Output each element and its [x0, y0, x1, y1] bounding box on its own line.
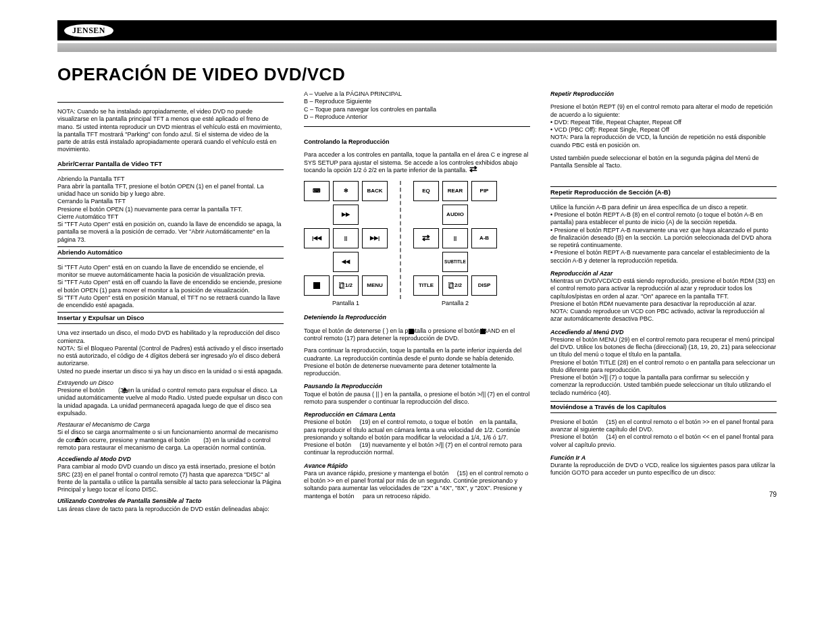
nav-heading: Accediendo al Menú DVD — [550, 329, 777, 336]
eject-icon-2 — [74, 435, 81, 442]
column-1: NOTA: Cuando se ha instalado apropiadame… — [57, 90, 284, 513]
repeat-icon-inline: ⇄ — [469, 163, 477, 176]
grey-band — [57, 43, 777, 52]
back-button[interactable]: BACK — [362, 181, 388, 201]
svg-marker-0 — [122, 387, 128, 391]
pause-button-2[interactable]: || — [442, 228, 468, 248]
ff-heading: Avance Rápido — [304, 462, 530, 470]
svg-rect-1 — [122, 392, 128, 393]
ab-body: Utilice la función A-B para definir un á… — [550, 204, 777, 265]
rand-heading: Reproducción al Azar — [550, 270, 777, 277]
screen1-label: Pantalla 1 — [304, 300, 388, 307]
access-heading: Accediendo al Modo DVD — [57, 456, 284, 463]
pause-button[interactable]: || — [333, 228, 359, 248]
rpt-body1: Presione el botón REPT (9) en el control… — [550, 103, 777, 149]
sect-auto: Abriendo Automático — [57, 246, 284, 259]
header-bar: JENSEN — [57, 20, 777, 41]
page-title: OPERACIÓN DE VIDEO DVD/VCD — [57, 64, 345, 85]
rpt-heading: Repetir Reproducción — [550, 90, 777, 98]
slow-heading: Reproducción en Cámara Lenta — [304, 411, 530, 419]
brand-logo: JENSEN — [64, 24, 113, 37]
page-number: 79 — [550, 491, 777, 500]
svg-rect-7 — [450, 284, 454, 289]
eject-icon — [122, 386, 128, 393]
menu-button[interactable]: MENU — [362, 275, 388, 296]
screen-divider — [400, 181, 401, 299]
ctrl-heading: Controlando la Reproducción — [304, 138, 530, 146]
svg-rect-3 — [75, 441, 80, 442]
goto-heading: Función Ir A — [550, 454, 777, 462]
tft-body: Las áreas clave de tacto para la reprodu… — [57, 506, 284, 513]
insert-body: Una vez insertado un disco, el modo DVD … — [57, 329, 284, 375]
eq-button[interactable]: EQ — [413, 181, 439, 201]
repeat-icon: ⇄ — [422, 232, 430, 244]
goto-body: Durante la reproducción de DVD o VCD, re… — [550, 462, 777, 477]
auto-body: Si "TFT Auto Open" está en on cuando la … — [57, 264, 284, 310]
subtitle-button[interactable]: SUBTITLE — [442, 252, 468, 272]
screen2-label: Pantalla 2 — [413, 300, 497, 307]
stop-body: Para continuar la reproducción, toque la… — [304, 347, 530, 377]
eject-heading: Extrayendo un Disco — [57, 379, 284, 387]
access-body: Para cambiar al modo DVD cuando un disco… — [57, 463, 284, 493]
setup-icon[interactable]: ✻ — [333, 181, 359, 201]
rear-button[interactable]: REAR — [442, 181, 468, 201]
repeat-button[interactable]: ⇄ — [413, 228, 439, 248]
open-body: Abriendo la Pantalla TFT Para abrir la p… — [57, 176, 284, 244]
tft-heading: Utilizando Controles de Pantalla Sensibl… — [57, 498, 284, 505]
sect-open-close: Abrir/Cerrar Pantalla de Video TFT — [57, 158, 284, 170]
pause-heading: Pausando la Reproducción — [304, 383, 530, 390]
next-button[interactable]: ▶▶| — [362, 228, 388, 248]
stop-button[interactable] — [304, 275, 330, 296]
rpt-body2: Usted también puede seleccionar el botón… — [550, 155, 777, 170]
mov-heading: Moviéndose a Través de los Capítulos — [550, 401, 777, 413]
svg-rect-4 — [339, 282, 343, 288]
sect-insert: Insertar y Expulsar un Disco — [57, 312, 284, 324]
title-button[interactable]: TITLE — [413, 275, 439, 296]
stop-icon — [313, 282, 320, 289]
nav-body: Presione el botón MENU (29) en el contro… — [550, 336, 777, 397]
square-icon-1 — [409, 329, 414, 334]
disp-button[interactable]: DISP — [471, 275, 497, 296]
square-icon-2 — [480, 329, 486, 334]
page-1of2-button[interactable]: 1/2 — [333, 275, 359, 296]
pause-body: Toque el botón de pausa ( || ) en la pan… — [304, 391, 530, 406]
touch-areas-list: A – Vuelve a la PÁGINA PRINCIPAL B – Rep… — [304, 90, 530, 121]
ctrl-body: Para acceder a los controles en pantalla… — [304, 151, 530, 174]
mov-body: Presione el botón (15) en el control rem… — [550, 419, 777, 449]
ab-heading: Repetir Reproducción de Sección (A-B) — [550, 186, 777, 198]
stop-heading: Deteniendo la Reproducción — [304, 314, 530, 321]
stop-caption: Toque el botón de detenerse ( ) en la pa… — [304, 327, 530, 343]
ab-button[interactable]: A-B — [471, 228, 497, 248]
ff-body: Para un avance rápido, presione y manten… — [304, 470, 530, 500]
svg-rect-6 — [448, 282, 452, 288]
eject-body: Presione el botón (3) en la unidad o con… — [57, 387, 284, 417]
pip-button[interactable]: PIP — [471, 181, 497, 201]
page-2of2-button[interactable]: 2/2 — [442, 275, 468, 296]
column-2: A – Vuelve a la PÁGINA PRINCIPAL B – Rep… — [304, 90, 530, 513]
model-number: VM9510TS — [717, 52, 777, 66]
page-icon-2 — [448, 282, 454, 289]
slow-body: Presione el botón (19) en el control rem… — [304, 419, 530, 456]
screen1-block: ⌨ ✻ BACK ▶▶ |◀◀ || ▶▶| ◀◀ 1/2 — [304, 181, 388, 307]
rewind-button[interactable]: ◀◀ — [333, 252, 359, 272]
prev-button[interactable]: |◀◀ — [304, 228, 330, 248]
reset-body: Si el disco se carga anormalmente o si u… — [57, 429, 284, 452]
keyboard-icon[interactable]: ⌨ — [304, 181, 330, 201]
reset-heading: Restaurar el Mecanismo de Carga — [57, 421, 284, 429]
note-text: NOTA: Cuando se ha instalado apropiadame… — [57, 108, 284, 154]
audio-button[interactable]: AUDIO — [442, 205, 468, 225]
column-3: Repetir Reproducción Presione el botón R… — [550, 90, 777, 513]
svg-marker-2 — [75, 437, 80, 440]
svg-rect-5 — [340, 284, 344, 289]
page-icon — [339, 282, 344, 289]
fast-forward-button[interactable]: ▶▶ — [333, 205, 359, 225]
rand-body: Mientras un DVD/VCD/CD está siendo repro… — [550, 277, 777, 323]
screen2-block: EQ REAR PIP AUDIO ⇄ || A-B SUBTITLE TITL… — [413, 181, 497, 307]
